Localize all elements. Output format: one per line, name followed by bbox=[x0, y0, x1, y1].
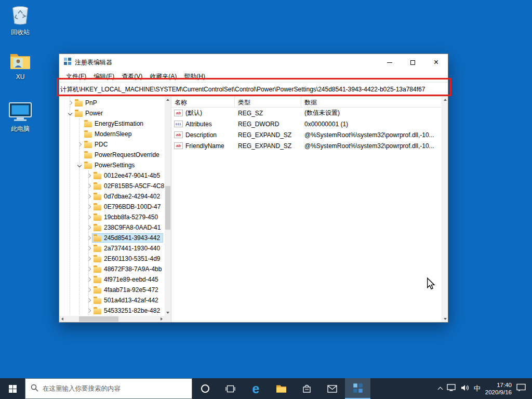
chevron-right-icon[interactable] bbox=[85, 224, 92, 231]
registry-value-row[interactable]: Description REG_EXPAND_SZ @%SystemRoot%\… bbox=[171, 129, 442, 140]
column-header-name[interactable]: 名称 bbox=[171, 97, 235, 107]
folder-icon bbox=[84, 132, 92, 138]
registry-value-row[interactable]: (默认) REG_SZ (数值未设置) bbox=[171, 108, 442, 118]
menu-file[interactable]: 文件(F) bbox=[62, 71, 90, 82]
close-button[interactable] bbox=[424, 55, 448, 71]
chevron-right-icon[interactable] bbox=[85, 172, 92, 179]
regedit-taskbar-button[interactable] bbox=[345, 378, 370, 399]
search-input[interactable] bbox=[43, 385, 187, 392]
desktop-icon-this-pc[interactable]: 此电脑 bbox=[4, 102, 36, 132]
tree-item-selected[interactable]: 245d8541-3943-442 bbox=[59, 233, 165, 243]
registry-value-row[interactable]: Attributes REG_DWORD 0x00000001 (1) bbox=[171, 118, 442, 129]
chevron-right-icon[interactable] bbox=[85, 255, 92, 262]
task-view-button[interactable] bbox=[218, 378, 243, 399]
chevron-right-icon[interactable] bbox=[85, 193, 92, 200]
scrollbar-thumb[interactable] bbox=[79, 316, 118, 322]
tree-item[interactable]: 0d7dbae2-4294-402 bbox=[59, 191, 165, 202]
scrollbar-track[interactable] bbox=[165, 103, 171, 310]
chevron-down-icon[interactable] bbox=[76, 162, 83, 169]
desktop-icon-user-folder[interactable]: XU bbox=[4, 52, 36, 81]
desktop-icon-recycle-bin[interactable]: 回收站 bbox=[4, 5, 36, 36]
tree-item[interactable]: PowerSettings bbox=[59, 160, 165, 170]
folder-icon bbox=[94, 215, 101, 221]
file-explorer-button[interactable] bbox=[269, 378, 294, 399]
registry-value-row[interactable]: FriendlyName REG_EXPAND_SZ @%SystemRoot%… bbox=[171, 140, 442, 151]
tree-item[interactable]: 4faab71a-92e5-472 bbox=[59, 285, 165, 295]
window-title: 注册表编辑器 bbox=[75, 58, 378, 67]
column-header-data[interactable]: 数据 bbox=[301, 97, 442, 107]
tree-item[interactable]: ModernSleep bbox=[59, 129, 165, 139]
store-button[interactable] bbox=[294, 378, 320, 399]
menu-edit[interactable]: 编辑(E) bbox=[90, 71, 118, 82]
list-vertical-scrollbar[interactable] bbox=[442, 97, 448, 322]
chevron-down-icon[interactable] bbox=[66, 110, 74, 117]
tree-item[interactable]: PDC bbox=[59, 139, 165, 150]
address-bar[interactable]: 计算机\HKEY_LOCAL_MACHINE\SYSTEM\CurrentCon… bbox=[59, 82, 448, 97]
chevron-right-icon[interactable] bbox=[76, 141, 83, 148]
menu-favorites[interactable]: 收藏夹(A) bbox=[146, 71, 180, 82]
scrollbar-down-button[interactable] bbox=[442, 316, 448, 322]
tree-item[interactable]: 54533251-82be-482 bbox=[59, 305, 165, 316]
scrollbar-right-button[interactable] bbox=[158, 316, 165, 322]
tree-item[interactable]: 48672F38-7A9A-4bb bbox=[59, 264, 165, 274]
tree-item[interactable]: 238C9FA8-0AAD-41 bbox=[59, 222, 165, 233]
chevron-right-icon[interactable] bbox=[85, 203, 92, 210]
chevron-right-icon[interactable] bbox=[66, 99, 74, 107]
tree-vertical-scrollbar[interactable] bbox=[165, 97, 171, 316]
scrollbar-track[interactable] bbox=[442, 103, 448, 316]
chevron-right-icon[interactable] bbox=[85, 245, 92, 252]
tree-item[interactable]: 19cbb8fa-5279-450 bbox=[59, 212, 165, 222]
scrollbar-up-button[interactable] bbox=[165, 97, 171, 103]
scrollbar-track[interactable] bbox=[65, 316, 158, 322]
maximize-button[interactable] bbox=[401, 55, 424, 71]
scrollbar-up-button[interactable] bbox=[442, 97, 448, 103]
tree-item[interactable]: 0E796BDB-100D-47 bbox=[59, 202, 165, 212]
edge-button[interactable]: e bbox=[243, 378, 269, 399]
menu-help[interactable]: 帮助(H) bbox=[180, 71, 209, 82]
network-icon[interactable] bbox=[447, 384, 456, 393]
chevron-right-icon[interactable] bbox=[85, 214, 92, 221]
volume-icon[interactable] bbox=[460, 384, 469, 394]
tree-horizontal-scrollbar[interactable] bbox=[59, 316, 165, 322]
value-data: 0x00000001 (1) bbox=[301, 121, 442, 128]
taskbar-search[interactable] bbox=[25, 378, 192, 399]
desktop[interactable]: { "desktop": { "icons": [ { "label": "回收… bbox=[0, 0, 532, 399]
folder-icon bbox=[94, 267, 101, 273]
chevron-right-icon[interactable] bbox=[85, 265, 92, 273]
taskbar-clock[interactable]: 17:40 2020/9/16 bbox=[485, 381, 512, 396]
value-name: (默认) bbox=[185, 109, 202, 117]
scrollbar-left-button[interactable] bbox=[59, 316, 65, 322]
tree-item[interactable]: 02F815B5-A5CF-4C8 bbox=[59, 181, 165, 191]
tree-item[interactable]: PnP bbox=[59, 98, 165, 108]
minimize-button[interactable] bbox=[378, 55, 401, 71]
scrollbar-thumb[interactable] bbox=[165, 186, 170, 230]
ime-indicator[interactable]: 中 bbox=[474, 384, 481, 393]
column-header-type[interactable]: 类型 bbox=[235, 97, 301, 107]
tree-item[interactable]: 0012ee47-9041-4b5 bbox=[59, 170, 165, 181]
action-center-button[interactable] bbox=[516, 383, 526, 394]
chevron-right-icon[interactable] bbox=[85, 307, 92, 314]
chevron-right-icon[interactable] bbox=[85, 182, 92, 190]
menu-view[interactable]: 查看(V) bbox=[118, 71, 146, 82]
chevron-right-icon[interactable] bbox=[85, 234, 92, 242]
title-bar[interactable]: 注册表编辑器 bbox=[59, 54, 448, 71]
start-button[interactable] bbox=[0, 378, 25, 399]
tray-expand-button[interactable] bbox=[438, 386, 442, 391]
chevron-right-icon[interactable] bbox=[85, 286, 92, 294]
cortana-button[interactable] bbox=[192, 378, 218, 399]
value-name: FriendlyName bbox=[185, 142, 224, 150]
tree-item[interactable]: 2a737441-1930-440 bbox=[59, 243, 165, 254]
tree-item[interactable]: Power bbox=[59, 108, 165, 118]
tree-item[interactable]: 501a4d13-42af-442 bbox=[59, 295, 165, 305]
folder-icon bbox=[94, 288, 101, 294]
tree-item[interactable]: EnergyEstimation bbox=[59, 118, 165, 129]
tree-item[interactable]: 2E601130-5351-4d9 bbox=[59, 254, 165, 264]
tree-item-label: 0d7dbae2-4294-402 bbox=[104, 193, 160, 200]
scrollbar-down-button[interactable] bbox=[165, 310, 171, 316]
tree-item[interactable]: 4f971e89-eebd-445 bbox=[59, 274, 165, 285]
mail-button[interactable] bbox=[320, 378, 345, 399]
tree-item[interactable]: PowerRequestOverride bbox=[59, 150, 165, 160]
chevron-right-icon[interactable] bbox=[85, 276, 92, 283]
edge-icon: e bbox=[252, 382, 260, 395]
chevron-right-icon[interactable] bbox=[85, 297, 92, 304]
